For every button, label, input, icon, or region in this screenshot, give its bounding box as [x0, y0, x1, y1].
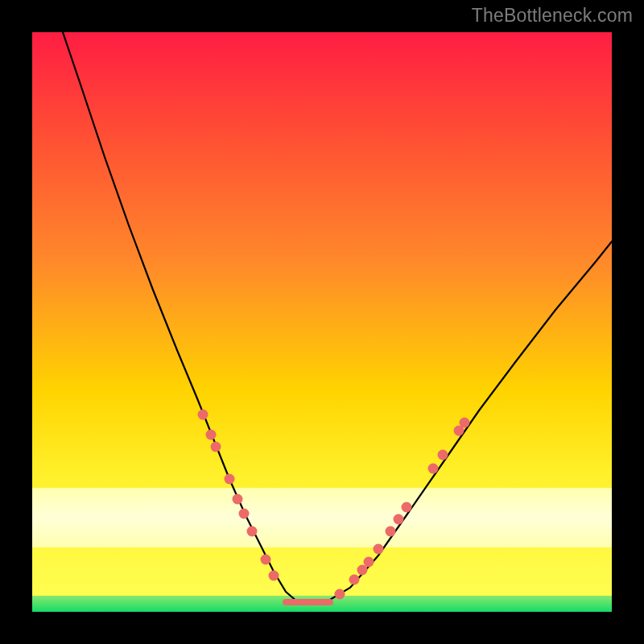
bottleneck-curve: [63, 32, 612, 602]
marker-cluster-left: [198, 410, 279, 581]
data-marker: [460, 418, 470, 428]
data-marker: [335, 589, 345, 600]
data-marker: [261, 555, 271, 565]
data-marker: [428, 464, 439, 474]
data-marker: [239, 509, 250, 519]
data-marker: [211, 442, 221, 452]
data-marker: [374, 544, 384, 555]
chart-frame: TheBottleneck.com: [0, 0, 644, 644]
data-marker: [438, 450, 448, 460]
data-marker: [206, 430, 217, 440]
data-marker: [364, 557, 374, 568]
curve-overlay: [32, 32, 612, 612]
data-marker: [247, 526, 258, 537]
data-marker: [198, 410, 208, 420]
plot-area: [32, 32, 612, 612]
data-marker: [402, 502, 412, 513]
data-marker: [349, 575, 360, 585]
marker-cluster-right: [335, 418, 470, 600]
data-marker: [386, 526, 396, 537]
data-marker: [394, 514, 404, 525]
watermark-text: TheBottleneck.com: [472, 5, 633, 27]
data-marker: [269, 571, 279, 581]
data-marker: [233, 494, 243, 505]
data-marker: [225, 474, 235, 485]
